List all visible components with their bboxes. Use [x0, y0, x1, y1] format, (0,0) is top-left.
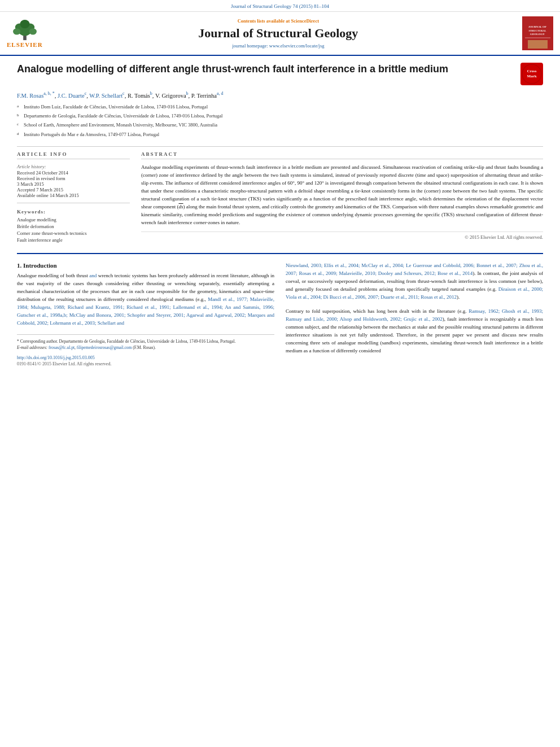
svg-text:STRUCTURAL: STRUCTURAL — [528, 29, 546, 32]
affil-c: c School of Earth, Atmosphere and Enviro… — [17, 121, 543, 130]
info-abstract-section: ARTICLE INFO Article history: Received 2… — [17, 151, 543, 244]
svg-text:GEOLOGY: GEOLOGY — [530, 33, 545, 36]
author-duarte: J.C. Duarte — [58, 93, 85, 99]
svg-point-4 — [20, 20, 29, 28]
article-info-header: ARTICLE INFO — [17, 151, 130, 159]
journal-header: ELSEVIER Contents lists available at Sci… — [0, 12, 560, 56]
author-grigorova: V. Grigorova — [155, 93, 186, 99]
article-title: Analogue modelling of different angle th… — [17, 63, 515, 76]
journal-reference-bar: Journal of Structural Geology 74 (2015) … — [0, 0, 560, 12]
homepage-url[interactable]: www.elsevier.com/locate/jsg — [269, 43, 325, 49]
keyword-1: Analogue modelling — [17, 217, 130, 222]
introduction-section: 1. Introduction Analogue modelling of bo… — [17, 262, 543, 366]
ref-link-1[interactable]: and — [89, 273, 97, 278]
email-link-2[interactable]: filipemedeirosrosas@gmail.com — [77, 345, 132, 350]
elsevier-brand-text: ELSEVIER — [7, 41, 43, 48]
author-schellart: W.P. Schellart — [89, 93, 123, 99]
intro-paragraph-3: Contrary to fold superposition, which ha… — [286, 308, 543, 355]
journal-center-info: Contents lists available at ScienceDirec… — [43, 18, 514, 49]
sciencedirect-line: Contents lists available at ScienceDirec… — [43, 18, 514, 24]
authors-line: F.M. Rosasa, b, *, J.C. Duartec, W.P. Sc… — [17, 91, 543, 99]
intro-paragraph-1: Analogue modelling of both thrust and wr… — [17, 272, 274, 327]
intro-paragraph-2: Nieuwland, 2003; Ellis et al., 2004; McC… — [286, 262, 543, 302]
svg-text:Mark: Mark — [527, 74, 536, 78]
journal-ref-text: Journal of Structural Geology 74 (2015) … — [231, 3, 329, 9]
article-info-col: ARTICLE INFO Article history: Received 2… — [17, 151, 130, 244]
article-history: Article history: Received 24 October 201… — [17, 164, 130, 198]
abstract-header: ABSTRACT — [141, 151, 543, 159]
main-content: Analogue modelling of different angle th… — [0, 56, 560, 378]
body-separator — [17, 253, 543, 254]
abstract-col: ABSTRACT Analogue modelling experiments … — [141, 151, 543, 244]
affil-b: b Departamento de Geologia, Faculdade de… — [17, 112, 543, 121]
article-title-section: Analogue modelling of different angle th… — [17, 63, 543, 85]
abstract-copyright: © 2015 Elsevier Ltd. All rights reserved… — [141, 231, 543, 240]
footnote-corresponding: * Corresponding author. Departamento de … — [17, 338, 274, 344]
affil-d: d Instituto Português do Mar e da Atmosf… — [17, 131, 543, 139]
svg-point-6 — [29, 28, 36, 34]
journal-icon-area: JOURNAL OF STRUCTURAL GEOLOGY — [514, 16, 553, 50]
crossmark-badge[interactable]: Cross Mark — [520, 63, 543, 85]
svg-point-5 — [13, 28, 20, 34]
intro-right-col: Nieuwland, 2003; Ellis et al., 2004; McC… — [286, 262, 543, 366]
crossmark-icon: Cross Mark — [522, 64, 542, 84]
ref-diraison[interactable]: Diraison et al., 2000; Viola et al., 200… — [286, 286, 543, 300]
ref-nieuwland[interactable]: Nieuwland, 2003; Ellis et al., 2004; McC… — [286, 263, 543, 276]
elsevier-tree-icon — [8, 19, 42, 41]
affil-a: a Instituto Dom Luiz, Faculdade de Ciênc… — [17, 103, 543, 112]
svg-rect-12 — [528, 40, 548, 49]
keyword-3: Corner zone thrust-wrench tectonics — [17, 230, 130, 236]
author-tomas: R. Tomás — [128, 93, 150, 99]
keyword-2: Brittle deformation — [17, 224, 130, 229]
divider-keywords — [17, 203, 130, 203]
sciencedirect-link-text[interactable]: ScienceDirect — [291, 18, 319, 24]
doi-link[interactable]: http://dx.doi.org/10.1016/j.jsg.2015.03.… — [17, 355, 274, 360]
author-rosas: F.M. Rosas — [17, 93, 43, 99]
ref-ramsay[interactable]: Ramsay, 1962; Ghosh et al., 1993; Ramsay… — [286, 308, 543, 322]
journal-title: Journal of Structural Geology — [43, 26, 514, 41]
footer-copyright: 0191-8141/© 2015 Elsevier Ltd. All right… — [17, 361, 274, 366]
divider-1 — [17, 146, 543, 147]
svg-text:Cross: Cross — [527, 69, 537, 73]
crossmark-area: Cross Mark — [520, 63, 543, 85]
footnote-section: * Corresponding author. Departamento de … — [17, 334, 274, 367]
svg-text:JOURNAL OF: JOURNAL OF — [528, 25, 546, 28]
journal-cover-icon: JOURNAL OF STRUCTURAL GEOLOGY — [522, 16, 553, 50]
intro-left-col: 1. Introduction Analogue modelling of bo… — [17, 262, 274, 366]
ref-mandl[interactable]: Mandl et al., 1977; Malavieille, 1984; M… — [17, 296, 274, 326]
footnote-email: E-mail addresses: frosas@fc.ul.pt, filip… — [17, 344, 274, 351]
author-terrinha: P. Terrinha — [191, 93, 217, 99]
intro-heading-text: 1. Introduction — [17, 262, 57, 269]
keywords-header: Keywords: — [17, 209, 130, 215]
intro-heading: 1. Introduction — [17, 262, 274, 269]
ref-and[interactable]: and — [117, 320, 124, 326]
affiliations-section: a Instituto Dom Luiz, Faculdade de Ciênc… — [17, 103, 543, 140]
keyword-4: Fault interference angle — [17, 237, 130, 243]
and-text-1: and — [286, 286, 293, 292]
elsevier-logo-area: ELSEVIER — [7, 19, 43, 48]
abstract-text: Analogue modelling experiments of thrust… — [141, 164, 543, 227]
journal-cover-svg: JOURNAL OF STRUCTURAL GEOLOGY — [522, 16, 553, 50]
homepage-line: journal homepage: www.elsevier.com/locat… — [43, 43, 514, 49]
email-link-1[interactable]: frosas@fc.ul.pt — [49, 345, 75, 350]
